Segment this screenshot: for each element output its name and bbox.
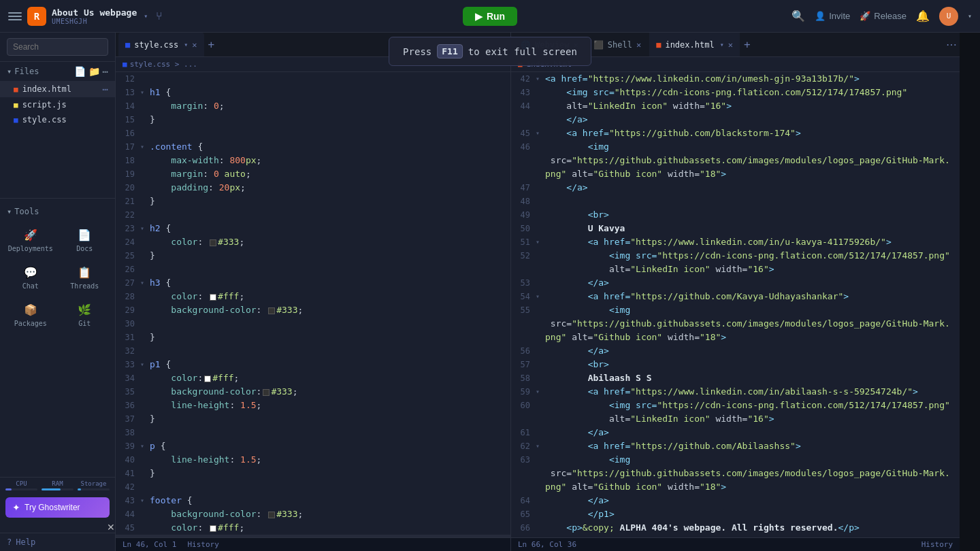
html-file-icon: ■ xyxy=(14,85,18,94)
topbar-center: ▶ Run xyxy=(463,7,517,26)
files-more-icon[interactable]: ⋯ xyxy=(103,66,108,77)
html-panel-menu[interactable]: ⋯ xyxy=(946,38,957,51)
css-status-line: Ln 46, Col 1 xyxy=(122,540,176,549)
storage-fill xyxy=(78,488,81,490)
tool-threads[interactable]: 📋 Threads xyxy=(59,259,112,295)
file-item-style-css[interactable]: ■ style.css xyxy=(0,112,115,127)
css-code-lines: 12 13 ▾ h1 { 14 margin: 0; xyxy=(116,72,510,537)
table-row: 47 </a> xyxy=(511,181,960,195)
table-row: 50 U Kavya xyxy=(511,222,960,235)
table-row: 24 color: #333; xyxy=(116,235,510,249)
docs-label: Docs xyxy=(76,245,93,252)
css-code-editor[interactable]: 12 13 ▾ h1 { 14 margin: 0; xyxy=(116,72,510,537)
avatar[interactable]: U xyxy=(939,7,958,26)
tool-docs[interactable]: 📄 Docs xyxy=(59,222,112,258)
html-code-area[interactable]: 42 ▾ <a href="https://www.linkedin.com/i… xyxy=(511,72,960,537)
new-folder-icon[interactable]: 📁 xyxy=(88,66,100,77)
html-tab-add[interactable]: + xyxy=(741,35,753,54)
tab-shell[interactable]: ⬛ Shell ✕ xyxy=(587,33,648,56)
tools-section: ▾ Tools 🚀 Deployments 📄 Docs 💬 Chat 📋 xyxy=(0,198,115,341)
try-ghostwriter-button[interactable]: ✦ Try Ghostwriter xyxy=(5,497,110,518)
avatar-chevron-icon[interactable]: ▾ xyxy=(968,12,972,20)
help-button[interactable]: ? Help xyxy=(0,533,115,551)
table-row: 63 <img xyxy=(511,453,960,467)
bottom-status: CPU RAM Storage xyxy=(0,477,115,493)
close-ghostwriter-button[interactable]: ✕ xyxy=(107,522,115,533)
notifications-button[interactable]: 🔔 xyxy=(916,10,930,22)
css-tab-add[interactable]: + xyxy=(206,35,218,54)
html-tab-chevron[interactable]: ▾ xyxy=(720,41,724,48)
tools-section-header[interactable]: ▾ Tools xyxy=(0,204,115,219)
table-row: </a> xyxy=(511,113,960,127)
files-section-header[interactable]: ▾ Files 📄 📁 ⋯ xyxy=(0,62,115,81)
files-header-icons: 📄 📁 ⋯ xyxy=(74,66,108,77)
table-row: 40 line-height: 1.5; xyxy=(116,453,510,467)
file-item-index-html[interactable]: ■ index.html ⋯ xyxy=(0,81,115,97)
invite-icon: 👤 xyxy=(815,11,826,21)
html-statusbar: Ln 66, Col 36 History xyxy=(511,537,960,551)
tool-git[interactable]: 🌿 Git xyxy=(59,297,112,333)
tab-index-html[interactable]: ■ index.html ▾ ✕ xyxy=(649,33,740,56)
table-row: 31 } xyxy=(116,331,510,344)
tool-packages[interactable]: 📦 Packages xyxy=(4,297,57,333)
project-chevron-icon[interactable]: ▾ xyxy=(144,12,148,20)
cpu-status: CPU xyxy=(5,480,37,490)
css-status-history[interactable]: History xyxy=(187,540,218,549)
invite-button[interactable]: 👤 Invite xyxy=(815,11,850,21)
css-tab-chevron[interactable]: ▾ xyxy=(184,41,188,48)
table-row: 66 <p>&copy; ALPHA 404's webpage. All ri… xyxy=(511,521,960,535)
packages-label: Packages xyxy=(14,320,47,327)
html-tab-icon: ■ xyxy=(656,40,661,50)
table-row: 65 </p1> xyxy=(511,507,960,521)
tab-style-css[interactable]: ■ style.css ▾ ✕ xyxy=(118,33,204,56)
file-item-script-js[interactable]: ■ script.js xyxy=(0,97,115,112)
table-row: 32 xyxy=(116,344,510,358)
table-row: 34 color:#fff; xyxy=(116,371,510,385)
topbar-left: R About Us webpage UMESHGJH ▾ ⑂ xyxy=(8,7,457,26)
html-tab-close[interactable]: ✕ xyxy=(728,40,733,50)
release-label: Release xyxy=(874,11,906,21)
html-status-history[interactable]: History xyxy=(921,540,953,549)
project-name: About Us webpage xyxy=(52,7,137,18)
table-row: 18 max-width: 800px; xyxy=(116,154,510,167)
table-row: 46 padding: 40px; xyxy=(116,535,510,537)
fork-icon[interactable]: ⑂ xyxy=(156,10,163,22)
css-tab-close[interactable]: ✕ xyxy=(192,40,197,50)
table-row: 53 </a> xyxy=(511,276,960,290)
run-play-icon: ▶ xyxy=(475,11,483,22)
tool-chat[interactable]: 💬 Chat xyxy=(4,259,57,295)
html-editor-panel: 🌐 Webview ✕ ⬛ Shell ✕ ■ index.html ▾ ✕ +… xyxy=(510,33,960,551)
table-row: 45 color: #fff; xyxy=(116,521,510,535)
css-tab-label: style.css xyxy=(134,40,178,50)
table-row: 41 } xyxy=(116,467,510,480)
shell-icon: ⬛ xyxy=(593,40,604,50)
html-tab-label: index.html xyxy=(665,40,714,50)
search-button[interactable]: 🔍 xyxy=(791,10,805,22)
left-sidebar: ▾ Files 📄 📁 ⋯ ■ index.html ⋯ ■ script.js… xyxy=(0,33,116,551)
files-section: ▾ Files 📄 📁 ⋯ ■ index.html ⋯ ■ script.js… xyxy=(0,62,115,198)
main-layout: ▾ Files 📄 📁 ⋯ ■ index.html ⋯ ■ script.js… xyxy=(0,33,980,551)
try-ghostwriter-label: Try Ghostwriter xyxy=(24,503,80,512)
search-input[interactable] xyxy=(7,38,108,56)
table-row: 45 ▾ <a href="https://github.com/blackst… xyxy=(511,127,960,140)
table-row: 44 background-color: #333; xyxy=(116,507,510,521)
storage-label: Storage xyxy=(81,480,107,487)
tools-grid: 🚀 Deployments 📄 Docs 💬 Chat 📋 Threads 📦 xyxy=(0,219,115,335)
table-row: 28 color: #fff; xyxy=(116,290,510,303)
css-editor-panel: ■ style.css ▾ ✕ + ■ style.css > ... 12 xyxy=(116,33,510,551)
ram-label: RAM xyxy=(52,480,63,487)
packages-icon: 📦 xyxy=(23,302,38,317)
project-info[interactable]: About Us webpage UMESHGJH xyxy=(52,7,137,25)
tool-deployments[interactable]: 🚀 Deployments xyxy=(4,222,57,258)
release-button[interactable]: 🚀 Release xyxy=(860,11,906,21)
shell-tab-close[interactable]: ✕ xyxy=(636,40,641,50)
table-row: alt="LinkedIn icon" width="16"> xyxy=(511,412,960,426)
table-row: 59 ▾ <a href="https://www.linkedin.com/i… xyxy=(511,385,960,399)
replit-logo: R xyxy=(27,7,46,26)
run-button[interactable]: ▶ Run xyxy=(463,7,517,26)
table-row: alt="LinkedIn icon" width="16"> xyxy=(511,263,960,276)
file-menu-dots[interactable]: ⋯ xyxy=(103,84,108,95)
table-row: 44 alt="LinkedIn icon" width="16"> xyxy=(511,99,960,113)
menu-icon[interactable] xyxy=(8,10,22,23)
new-file-icon[interactable]: 📄 xyxy=(74,66,86,77)
